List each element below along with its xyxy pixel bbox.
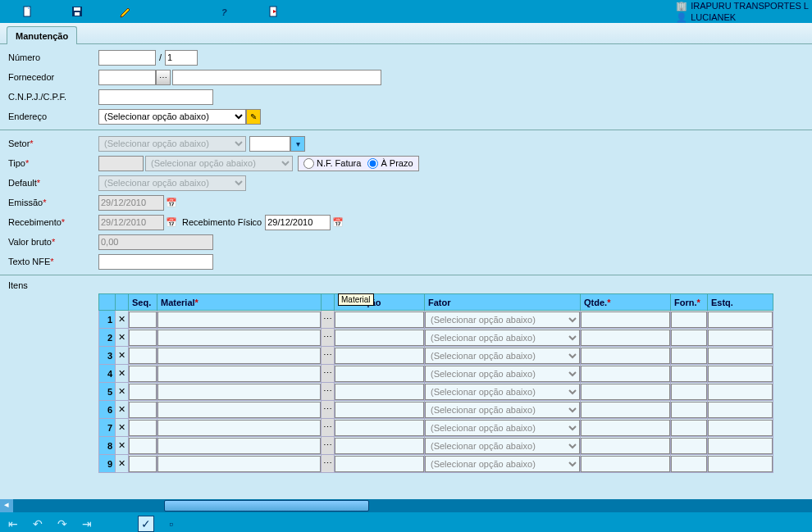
material-input[interactable] xyxy=(157,330,321,346)
delete-row-icon[interactable]: ✕ xyxy=(116,437,129,455)
material-input[interactable] xyxy=(157,384,321,400)
nav-next-icon[interactable]: ↷ xyxy=(57,517,67,530)
qtde-input[interactable] xyxy=(581,311,670,328)
radio-prazo[interactable]: À Prazo xyxy=(367,158,413,169)
fator-select[interactable]: (Selecionar opção abaixo) xyxy=(425,402,580,418)
tipo-select[interactable]: (Selecionar opção abaixo) xyxy=(145,156,293,171)
seq-input[interactable] xyxy=(129,456,157,472)
new-icon[interactable] xyxy=(3,0,52,23)
seq-input[interactable] xyxy=(129,438,157,454)
numero-part2-input[interactable] xyxy=(165,50,198,66)
descricao-input[interactable] xyxy=(335,330,424,346)
seq-input[interactable] xyxy=(129,384,157,400)
recebimento-input[interactable] xyxy=(98,215,164,230)
qtde-input[interactable] xyxy=(581,402,670,418)
descricao-input[interactable] xyxy=(335,420,424,436)
nav-first-icon[interactable]: ⇤ xyxy=(8,517,18,530)
fator-select[interactable]: (Selecionar opção abaixo) xyxy=(425,456,580,472)
forn-input[interactable] xyxy=(671,330,707,346)
fator-select[interactable]: (Selecionar opção abaixo) xyxy=(425,348,580,364)
estq-input[interactable] xyxy=(708,384,773,400)
qtde-input[interactable] xyxy=(581,438,670,454)
descricao-input[interactable] xyxy=(335,438,424,454)
valor-input[interactable] xyxy=(98,234,213,250)
material-lookup-icon[interactable]: ⋯ xyxy=(322,347,335,365)
material-lookup-icon[interactable]: ⋯ xyxy=(322,419,335,437)
fator-select[interactable]: (Selecionar opção abaixo) xyxy=(425,330,580,346)
radio-nf[interactable]: N.F. Fatura xyxy=(303,158,361,169)
delete-row-icon[interactable]: ✕ xyxy=(116,383,129,401)
forn-input[interactable] xyxy=(671,366,707,382)
forn-input[interactable] xyxy=(671,384,707,400)
material-input[interactable] xyxy=(157,366,321,382)
material-input[interactable] xyxy=(157,438,321,454)
material-input[interactable] xyxy=(157,311,321,328)
recfis-calendar-icon[interactable]: 📅 xyxy=(331,215,345,230)
fator-select[interactable]: (Selecionar opção abaixo) xyxy=(425,438,580,454)
nav-last-icon[interactable]: ⇥ xyxy=(82,517,92,530)
qtde-input[interactable] xyxy=(581,330,670,346)
material-input[interactable] xyxy=(157,402,321,418)
delete-row-icon[interactable]: ✕ xyxy=(116,329,129,347)
fornecedor-desc-input[interactable] xyxy=(172,70,381,85)
material-input[interactable] xyxy=(157,420,321,436)
fator-select[interactable]: (Selecionar opção abaixo) xyxy=(425,311,580,328)
qtde-input[interactable] xyxy=(581,348,670,364)
forn-input[interactable] xyxy=(671,420,707,436)
delete-row-icon[interactable]: ✕ xyxy=(116,347,129,365)
estq-input[interactable] xyxy=(708,330,773,346)
material-input[interactable] xyxy=(157,348,321,364)
material-lookup-icon[interactable]: ⋯ xyxy=(322,329,335,347)
seq-input[interactable] xyxy=(129,311,157,328)
descricao-input[interactable] xyxy=(335,384,424,400)
delete-row-icon[interactable]: ✕ xyxy=(116,419,129,437)
estq-input[interactable] xyxy=(708,311,773,328)
estq-input[interactable] xyxy=(708,402,773,418)
scroll-thumb[interactable] xyxy=(164,500,369,512)
default-select[interactable]: (Selecionar opção abaixo) xyxy=(98,175,246,191)
cnpj-input[interactable] xyxy=(98,89,213,105)
material-lookup-icon[interactable]: ⋯ xyxy=(322,383,335,401)
fator-select[interactable]: (Selecionar opção abaixo) xyxy=(425,420,580,436)
forn-input[interactable] xyxy=(671,402,707,418)
material-lookup-icon[interactable]: ⋯ xyxy=(322,311,335,329)
delete-row-icon[interactable]: ✕ xyxy=(116,401,129,419)
delete-row-icon[interactable]: ✕ xyxy=(116,365,129,383)
nav-prev-icon[interactable]: ↶ xyxy=(33,517,43,530)
material-lookup-icon[interactable]: ⋯ xyxy=(322,437,335,455)
forn-input[interactable] xyxy=(671,311,707,328)
qtde-input[interactable] xyxy=(581,420,670,436)
fornecedor-lookup-icon[interactable]: ⋯ xyxy=(156,70,171,85)
descricao-input[interactable] xyxy=(335,366,424,382)
forn-input[interactable] xyxy=(671,438,707,454)
material-lookup-icon[interactable]: ⋯ xyxy=(322,365,335,383)
qtde-input[interactable] xyxy=(581,384,670,400)
material-input[interactable] xyxy=(157,456,321,472)
descricao-input[interactable] xyxy=(335,348,424,364)
h-scrollbar[interactable]: ◂ xyxy=(0,499,812,512)
estq-input[interactable] xyxy=(708,438,773,454)
endereco-edit-icon[interactable]: ✎ xyxy=(246,109,261,125)
endereco-select[interactable]: (Selecionar opção abaixo) xyxy=(98,109,246,125)
delete-row-icon[interactable]: ✕ xyxy=(116,455,129,473)
seq-input[interactable] xyxy=(129,366,157,382)
texto-input[interactable] xyxy=(98,254,213,270)
emissao-calendar-icon[interactable]: 📅 xyxy=(164,195,179,211)
descricao-input[interactable] xyxy=(335,456,424,472)
material-lookup-icon[interactable]: ⋯ xyxy=(322,455,335,473)
help-icon[interactable]: ? xyxy=(200,0,249,23)
edit-icon[interactable] xyxy=(102,0,151,23)
descricao-input[interactable] xyxy=(335,311,424,328)
setor-select[interactable]: (Selecionar opção abaixo) xyxy=(98,136,246,152)
qtde-input[interactable] xyxy=(581,456,670,472)
material-lookup-icon[interactable]: ⋯ xyxy=(322,401,335,419)
estq-input[interactable] xyxy=(708,456,773,472)
setor-dropdown-icon[interactable]: ▾ xyxy=(290,136,305,152)
numero-input[interactable] xyxy=(98,50,156,66)
seq-input[interactable] xyxy=(129,348,157,364)
seq-input[interactable] xyxy=(129,420,157,436)
scroll-left-icon[interactable]: ◂ xyxy=(0,499,13,512)
forn-input[interactable] xyxy=(671,348,707,364)
fator-select[interactable]: (Selecionar opção abaixo) xyxy=(425,366,580,382)
seq-input[interactable] xyxy=(129,330,157,346)
